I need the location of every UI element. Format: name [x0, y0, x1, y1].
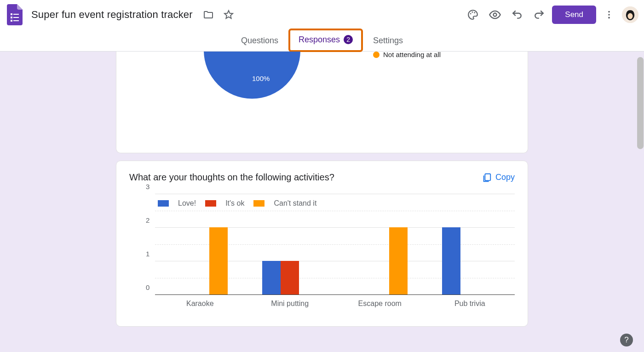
- tab-settings[interactable]: Settings: [365, 29, 411, 52]
- send-button[interactable]: Send: [552, 6, 596, 24]
- bar-group-karaoke: [155, 194, 245, 294]
- undo-icon[interactable]: [508, 6, 526, 24]
- svg-rect-1: [13, 14, 19, 15]
- y-tick: 0: [146, 283, 150, 291]
- responses-tab-highlight: Responses 2: [288, 29, 363, 52]
- svg-point-11: [608, 14, 610, 16]
- move-to-folder-icon[interactable]: [199, 6, 218, 24]
- preview-icon[interactable]: [486, 6, 504, 24]
- tabs-row: Questions Responses 2 Settings: [0, 29, 644, 52]
- bar-group-pub-trivia: [425, 194, 515, 294]
- tab-questions[interactable]: Questions: [233, 29, 287, 52]
- copy-label: Copy: [495, 173, 515, 182]
- forms-logo-icon[interactable]: [6, 6, 24, 24]
- pie-chart-card: 100% Not attending at all: [116, 52, 528, 153]
- document-title[interactable]: Super fun event registration tracker: [31, 9, 193, 21]
- app-header: Super fun event registration tracker: [0, 0, 644, 29]
- question-title: What are your thoughts on the following …: [129, 172, 334, 183]
- svg-point-8: [474, 12, 476, 13]
- bar: [389, 227, 408, 294]
- redo-icon[interactable]: [530, 6, 548, 24]
- svg-point-9: [494, 13, 497, 17]
- bars-container: [155, 194, 515, 294]
- help-button[interactable]: ?: [620, 334, 633, 346]
- y-tick: 3: [146, 183, 150, 190]
- legend-item-not-attending: Not attending at all: [373, 52, 441, 58]
- more-options-icon[interactable]: [600, 6, 618, 24]
- bar-chart: 3 2 1 0 Love! It's ok Can't stand it: [129, 194, 515, 313]
- x-axis-line: [155, 294, 515, 295]
- header-left-group: Super fun event registration tracker: [6, 6, 238, 24]
- svg-rect-0: [11, 13, 12, 15]
- bar: [262, 261, 281, 294]
- svg-rect-2: [11, 17, 12, 18]
- bar-group-mini-putting: [245, 194, 335, 294]
- x-label: Mini putting: [245, 300, 335, 308]
- customize-theme-icon[interactable]: [464, 6, 482, 24]
- svg-rect-3: [13, 17, 19, 18]
- star-icon[interactable]: [219, 6, 238, 24]
- pie-chart: [204, 52, 300, 137]
- bar: [281, 261, 299, 294]
- responses-body: 100% Not attending at all What are your …: [0, 52, 644, 352]
- y-tick: 2: [146, 216, 150, 224]
- svg-rect-16: [485, 173, 490, 180]
- svg-point-10: [608, 11, 610, 13]
- legend-label-not-attending: Not attending at all: [383, 52, 441, 58]
- x-label: Pub trivia: [425, 300, 515, 308]
- svg-point-12: [608, 17, 610, 19]
- pie-center-label: 100%: [252, 75, 270, 82]
- responses-count-badge: 2: [344, 35, 353, 44]
- bar: [442, 227, 460, 294]
- svg-rect-4: [11, 20, 12, 22]
- x-label: Karaoke: [155, 300, 245, 308]
- copy-icon: [482, 173, 492, 183]
- tab-responses-label: Responses: [299, 35, 340, 45]
- svg-point-7: [472, 12, 473, 13]
- bar-group-escape-room: [335, 194, 425, 294]
- svg-point-14: [628, 13, 633, 19]
- header-right-group: Send: [464, 6, 638, 24]
- bar-chart-card: What are your thoughts on the following …: [116, 161, 528, 327]
- bar: [209, 227, 228, 294]
- legend-swatch-orange: [373, 52, 380, 58]
- scrollbar-thumb[interactable]: [637, 57, 644, 149]
- y-tick: 1: [146, 250, 150, 258]
- account-avatar[interactable]: [622, 6, 638, 23]
- x-axis-labels: Karaoke Mini putting Escape room Pub tri…: [155, 300, 515, 308]
- x-label: Escape room: [335, 300, 425, 308]
- svg-point-6: [470, 13, 472, 14]
- tab-responses[interactable]: Responses 2: [290, 30, 361, 49]
- copy-chart-button[interactable]: Copy: [482, 173, 515, 183]
- svg-rect-5: [13, 20, 19, 21]
